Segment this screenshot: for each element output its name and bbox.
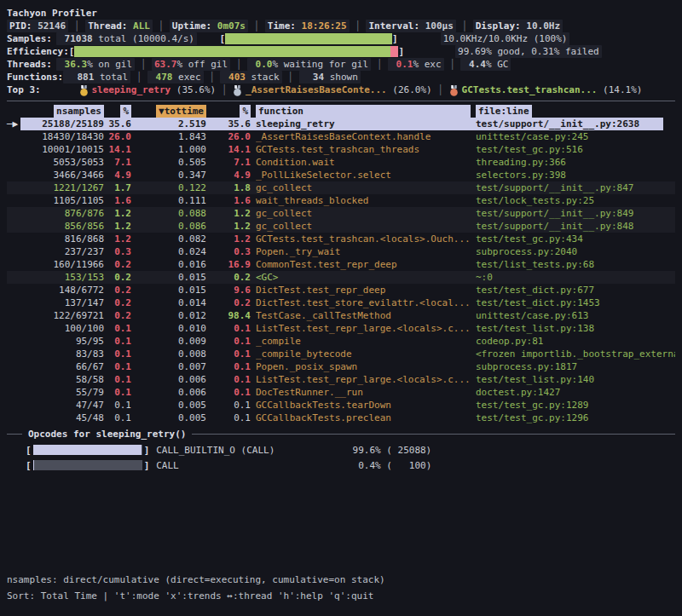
table-row[interactable]: 137/1470.20.0140.2DictTest.test_store_ev… xyxy=(7,296,675,309)
threads-unit: % waiting for gil xyxy=(272,59,368,70)
col-header-tottime-label[interactable]: ▼tottime xyxy=(156,105,206,118)
pipe-separator: │ xyxy=(350,20,367,32)
cell-direct-percent: 1.2 xyxy=(104,207,131,220)
info-value: 0m07s xyxy=(217,20,246,32)
info-label: Display: xyxy=(476,20,527,32)
table-row[interactable]: 122/697210.20.01298.4TestCase._callTestM… xyxy=(7,309,675,322)
cell-file-line: unittest/case.py:613 xyxy=(476,309,675,322)
cell-nsamples: 160/11966 xyxy=(20,258,104,271)
table-row[interactable]: 10001/1001514.11.00014.1GCTests.test_tra… xyxy=(7,143,675,156)
table-row[interactable]: 83/830.10.0080.1_compile_bytecode<frozen… xyxy=(7,348,675,360)
table-row[interactable]: 153/1530.20.0150.2<GC>~:0 xyxy=(7,271,675,284)
table-row[interactable]: 856/8561.20.0861.2gc_collecttest/support… xyxy=(7,220,675,233)
cell-nsamples: 25188/25189 xyxy=(20,118,104,130)
functions-label: Functions: xyxy=(7,71,63,83)
col-header-nsamples-label[interactable]: nsamples xyxy=(54,105,104,118)
table-row[interactable]: 66/670.10.0070.1Popen._posix_spawnsubpro… xyxy=(7,360,675,373)
col-header-pct2-label[interactable]: % xyxy=(240,105,251,118)
cell-function: wait_threads_blocked xyxy=(256,194,471,207)
cell-function: ListTest.test_repr_large.<locals>.c... xyxy=(256,373,471,386)
opcode-bar-fill xyxy=(33,460,34,470)
table-row[interactable]: 18430/1843026.01.84326.0_AssertRaisesBas… xyxy=(7,130,675,143)
opcode-bar xyxy=(33,445,142,455)
cell-tottime: 0.024 xyxy=(131,245,206,258)
top3-function-name: _AssertRaisesBaseConte... xyxy=(246,84,387,95)
table-row[interactable]: 3466/34664.90.3474.9_PollLikeSelector.se… xyxy=(7,169,675,181)
info-display: Display: 10.0Hz xyxy=(473,20,563,32)
info-value: ALL xyxy=(133,20,150,32)
table-row[interactable]: 148/67720.20.0159.6DictTest.test_repr_de… xyxy=(7,284,675,296)
cell-direct-percent: 0.3 xyxy=(104,245,131,258)
cell-cumulative-percent: 0.1 xyxy=(206,373,251,386)
threads-unit: % on gil xyxy=(87,59,132,70)
table-row[interactable]: 1105/11051.60.1111.6wait_threads_blocked… xyxy=(7,194,675,207)
cell-function: _AssertRaisesBaseContext.handle xyxy=(256,130,471,143)
efficiency-text: 99.69% good, 0.31% failed xyxy=(455,45,602,58)
info-pid: PID: 52146 xyxy=(7,20,68,32)
threads-value: 0.0 xyxy=(250,59,273,70)
opcode-percent: 0.4% ( 100) xyxy=(349,459,431,472)
cell-cumulative-percent: 1.2 xyxy=(206,220,251,233)
bronze-medal-icon xyxy=(449,85,459,96)
table-header-row: nsamples%▼tottime%functionfile:line xyxy=(7,105,675,118)
top3-entry: GCTests.test_trashcan... (14.1%) xyxy=(449,83,643,96)
table-row[interactable]: 55/790.10.0060.1DocTestRunner.__rundocte… xyxy=(7,386,675,399)
cell-file-line: codeop.py:81 xyxy=(476,335,675,348)
functions-unit: shown xyxy=(324,72,358,83)
pipe-separator: │ xyxy=(68,20,85,32)
col-header-function-label[interactable]: function xyxy=(256,105,471,118)
cell-file-line: test/test_dict.py:677 xyxy=(476,284,675,296)
table-row[interactable]: 58/580.10.0060.1ListTest.test_repr_large… xyxy=(7,373,675,386)
cell-file-line: ~:0 xyxy=(476,271,675,284)
info-label: Thread: xyxy=(88,20,133,32)
cell-nsamples: 83/83 xyxy=(20,348,104,360)
table-row[interactable]: 1221/12671.70.1221.8gc_collecttest/suppo… xyxy=(7,181,675,194)
col-header-pct1-label[interactable]: % xyxy=(120,105,131,118)
table-row[interactable]: 45/480.10.0050.1GCCallbackTests.preclean… xyxy=(7,412,675,424)
cell-direct-percent: 14.1 xyxy=(104,143,131,156)
threads-stat: 36.3% on gil xyxy=(56,58,135,71)
info-thread: Thread: ALL xyxy=(85,20,153,32)
cell-direct-percent: 1.7 xyxy=(104,181,131,194)
cell-tottime: 0.086 xyxy=(131,220,206,233)
pipe-separator: │ xyxy=(432,83,449,96)
table-row[interactable]: 876/8761.20.0881.2gc_collecttest/support… xyxy=(7,207,675,220)
cell-function: _PollLikeSelector.select xyxy=(256,169,471,181)
cell-direct-percent: 0.1 xyxy=(104,322,131,335)
functions-stat: 34 shown xyxy=(299,71,361,83)
spacer xyxy=(197,32,220,45)
table-row[interactable]: 160/119660.20.01616.9CommonTest.test_rep… xyxy=(7,258,675,271)
table-row[interactable]: ─▶25188/2518935.62.51935.6sleeping_retry… xyxy=(7,118,675,130)
pipe-separator: │ xyxy=(135,58,152,71)
cell-tottime: 0.122 xyxy=(131,181,206,194)
table-row[interactable]: 100/1000.10.0100.1ListTest.test_repr_lar… xyxy=(7,322,675,335)
table-row[interactable]: 47/470.10.0050.1GCCallbackTests.tearDown… xyxy=(7,399,675,412)
table-row[interactable]: 5053/50537.10.5057.1Condition.waitthread… xyxy=(7,156,675,169)
cell-tottime: 0.082 xyxy=(131,233,206,245)
cell-tottime: 0.088 xyxy=(131,207,206,220)
pipe-separator: │ xyxy=(444,58,461,71)
cell-cumulative-percent: 1.2 xyxy=(206,233,251,245)
separator-dash xyxy=(7,434,22,435)
bar-open-bracket: [ xyxy=(219,32,225,45)
cell-function: sleeping_retry xyxy=(256,118,471,130)
col-header-file-label[interactable]: file:line xyxy=(476,105,532,118)
cell-cumulative-percent: 7.1 xyxy=(206,156,251,169)
info-label: Time: xyxy=(268,20,302,32)
cell-function: GCCallbackTests.tearDown xyxy=(256,399,471,412)
cell-function: GCCallbackTests.preclean xyxy=(256,412,471,424)
functions-stat: 881 total xyxy=(63,71,130,83)
table-row[interactable]: 95/950.10.0090.1_compilecodeop.py:81 xyxy=(7,335,675,348)
table-row[interactable]: 816/8681.20.0821.2GCTests.test_trashcan.… xyxy=(7,233,675,245)
cell-tottime: 0.016 xyxy=(131,258,206,271)
spacer xyxy=(56,83,79,96)
cell-tottime: 0.007 xyxy=(131,360,206,373)
top3-percent: (35.6%) xyxy=(170,84,216,95)
cell-nsamples: 10001/10015 xyxy=(20,143,104,156)
cell-file-line: selectors.py:398 xyxy=(476,169,675,181)
cell-nsamples: 47/47 xyxy=(20,399,104,412)
functions-value: 403 xyxy=(223,72,246,83)
top3-function-name: GCTests.test_trashcan... xyxy=(462,84,598,95)
table-row[interactable]: 237/2370.30.0240.3Popen._try_waitsubproc… xyxy=(7,245,675,258)
samples-detail: total (10000.4/s) xyxy=(93,33,194,44)
